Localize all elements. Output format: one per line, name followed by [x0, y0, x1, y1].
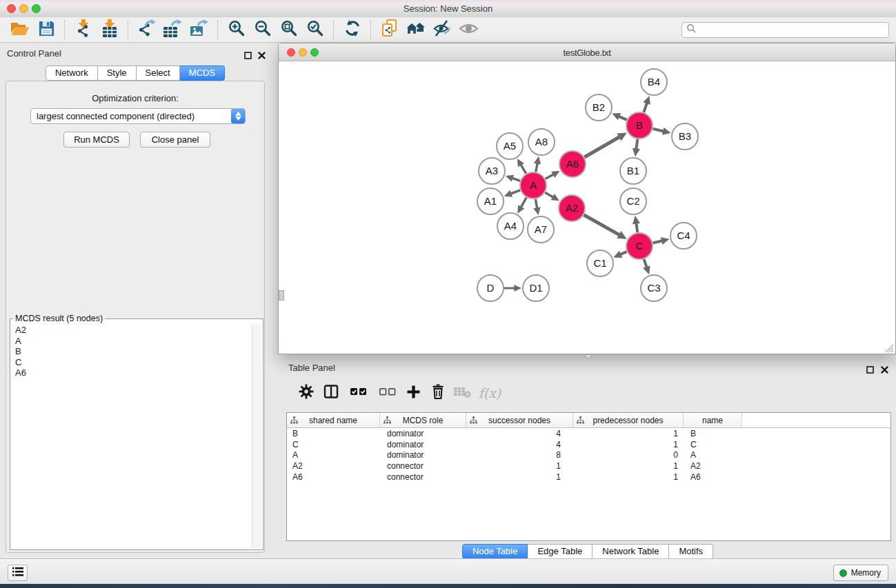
mcds-result-item[interactable]: A2 — [12, 325, 252, 336]
table-toolbar: f(x) — [283, 378, 892, 408]
select-unchecked-icon — [379, 383, 397, 403]
main-toolbar — [0, 17, 896, 43]
criterion-select[interactable]: largest connected component (directed) — [30, 108, 246, 124]
edge-A-A7[interactable] — [535, 199, 537, 210]
save-session-button[interactable] — [33, 19, 59, 41]
zoom-in-icon — [228, 19, 246, 40]
table-cell: 8 — [466, 450, 573, 460]
delete-button[interactable] — [426, 381, 450, 405]
run-mcds-button[interactable]: Run MCDS — [63, 132, 130, 148]
edge-A-A6[interactable] — [546, 174, 555, 179]
first-neighbors-button[interactable] — [403, 19, 429, 41]
toolbar-separator — [370, 20, 372, 39]
hide-selected-button[interactable] — [429, 19, 455, 41]
edge-B-B3[interactable] — [653, 129, 664, 132]
tab-network-table[interactable]: Network Table — [593, 544, 669, 559]
column-header-successor-nodes[interactable]: successor nodes — [466, 413, 573, 427]
status-bar: Memory — [0, 558, 896, 584]
result-scrollbar[interactable] — [252, 325, 261, 548]
column-header-name[interactable]: name — [684, 413, 742, 427]
float-panel-icon[interactable] — [244, 50, 253, 59]
vertical-scrollbar-thumb[interactable] — [279, 290, 284, 301]
edge-B-B2[interactable] — [618, 116, 627, 120]
mcds-result-item[interactable]: A6 — [12, 367, 252, 378]
edge-A-A8[interactable] — [536, 163, 538, 172]
zoom-selected-button[interactable] — [302, 19, 328, 41]
add-button[interactable] — [401, 381, 425, 405]
import-table-button[interactable] — [97, 19, 123, 41]
tab-edge-table[interactable]: Edge Table — [528, 544, 593, 559]
edge-A-A1[interactable] — [510, 190, 520, 194]
zoom-out-button[interactable] — [250, 19, 276, 41]
float-panel-icon[interactable] — [866, 364, 875, 373]
table-row[interactable]: Adominator80A — [287, 450, 890, 461]
zoom-fit-button[interactable] — [276, 19, 302, 41]
close-panel-button[interactable]: Close panel — [140, 132, 210, 148]
refresh-layout-button[interactable] — [339, 19, 366, 41]
close-panel-icon[interactable] — [881, 364, 890, 373]
graph-node-label: B3 — [679, 130, 691, 142]
export-network-button[interactable] — [134, 19, 160, 41]
criterion-select-value: largest connected component (directed) — [31, 111, 231, 121]
memory-button[interactable]: Memory — [833, 565, 888, 581]
open-session-button[interactable] — [7, 19, 33, 41]
tab-style[interactable]: Style — [98, 65, 137, 81]
edge-A-A4[interactable] — [521, 197, 526, 207]
graph-node-label: A4 — [504, 220, 517, 232]
network-window: testGlobe.txt B4B2BB3A5A8A6A3B1AA1C2A2A4… — [278, 43, 896, 354]
table-row[interactable]: A2connector11A2 — [287, 460, 890, 472]
column-header-shared-name[interactable]: shared name — [287, 413, 380, 427]
close-panel-icon[interactable] — [258, 50, 267, 59]
tab-network[interactable]: Network — [46, 65, 98, 81]
settings-gear-button[interactable] — [295, 381, 318, 405]
zoom-in-button[interactable] — [223, 19, 250, 41]
edge-A6-B[interactable] — [584, 136, 620, 157]
task-history-button[interactable] — [8, 565, 28, 581]
edge-B-B1[interactable] — [636, 139, 637, 150]
edge-A2-C[interactable] — [584, 215, 620, 236]
search-input[interactable] — [699, 24, 888, 35]
column-tree-icon — [577, 416, 584, 426]
select-checked-button[interactable] — [347, 381, 370, 405]
resize-grip-icon[interactable] — [885, 343, 894, 352]
table-row[interactable]: Cdominator41C — [287, 439, 890, 450]
control-panel-tabs: NetworkStyleSelectMCDS — [0, 65, 270, 81]
new-network-from-selection-button[interactable] — [377, 19, 403, 41]
select-unchecked-button[interactable] — [376, 381, 399, 405]
delete-table-button — [450, 381, 474, 405]
network-canvas[interactable]: B4B2BB3A5A8A6A3B1AA1C2A2A4A7C4CC1C3DD1 — [279, 61, 895, 354]
tab-motifs[interactable]: Motifs — [669, 544, 713, 559]
network-window-titlebar[interactable]: testGlobe.txt — [279, 43, 895, 61]
export-table-button[interactable] — [160, 19, 186, 41]
column-header-empty — [742, 413, 890, 427]
table-row[interactable]: Bdominator41B — [287, 428, 890, 439]
graph-node-label: A2 — [566, 202, 578, 214]
table-cell: B — [287, 429, 380, 438]
column-header-MCDS-role[interactable]: MCDS role — [380, 413, 466, 427]
mcds-result-item[interactable]: A — [12, 336, 252, 347]
search-field[interactable] — [681, 22, 889, 38]
import-network-button[interactable] — [70, 19, 97, 41]
mcds-result-item[interactable]: B — [12, 346, 252, 357]
graph-node-label: A6 — [566, 158, 579, 170]
graph-node-label: B2 — [593, 101, 605, 113]
edge-A-A2[interactable] — [545, 192, 554, 198]
table-panel-title: Table Panel — [288, 363, 335, 373]
hide-selected-icon — [433, 19, 451, 40]
edge-B-B4[interactable] — [644, 102, 647, 112]
edge-C-C4[interactable] — [653, 241, 663, 243]
edge-A-A3[interactable] — [512, 178, 521, 181]
column-header-predecessor-nodes[interactable]: predecessor nodes — [573, 413, 684, 427]
show-all-button[interactable] — [455, 19, 481, 41]
edge-C-C2[interactable] — [636, 223, 637, 233]
tab-mcds[interactable]: MCDS — [180, 65, 225, 81]
export-image-button[interactable] — [186, 19, 212, 41]
edge-C-C3[interactable] — [644, 259, 647, 268]
mcds-result-item[interactable]: C — [12, 357, 252, 368]
network-graph[interactable]: B4B2BB3A5A8A6A3B1AA1C2A2A4A7C4CC1C3DD1 — [279, 61, 895, 354]
split-view-button[interactable] — [319, 381, 343, 405]
table-row[interactable]: A6connector11A6 — [287, 472, 890, 483]
tab-select[interactable]: Select — [137, 65, 180, 81]
tab-node-table[interactable]: Node Table — [462, 544, 528, 559]
edge-A-A5[interactable] — [520, 164, 526, 174]
